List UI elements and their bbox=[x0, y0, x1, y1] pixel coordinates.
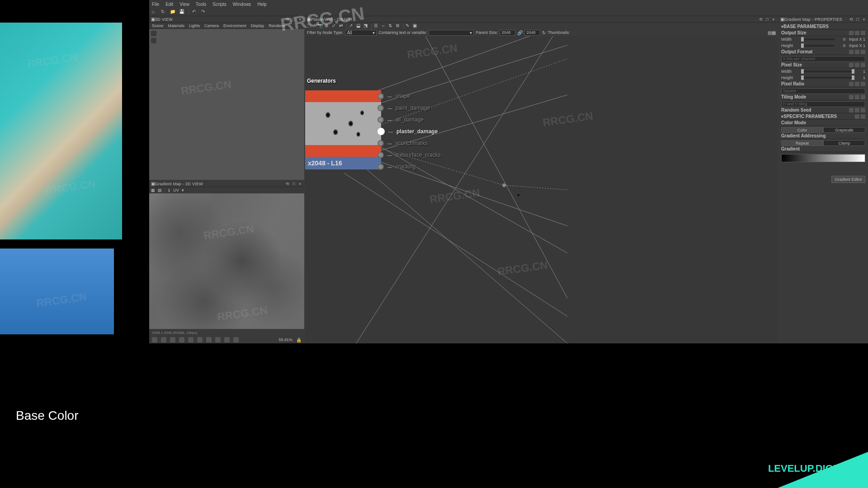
menu-edit[interactable]: Edit bbox=[165, 2, 173, 7]
camera-icon[interactable]: 📷 bbox=[317, 23, 323, 28]
tool-icon[interactable]: ⚙ bbox=[396, 23, 401, 28]
collapse-icon[interactable] bbox=[861, 114, 865, 119]
menu-view[interactable]: View bbox=[179, 2, 189, 7]
ps-height-value[interactable]: 1 bbox=[856, 75, 865, 80]
width-slider[interactable] bbox=[801, 38, 835, 40]
tab-materials[interactable]: Materials bbox=[168, 23, 185, 28]
pixel-ratio-select[interactable]: Square bbox=[781, 88, 865, 94]
filter-dropdown[interactable]: All▾ bbox=[345, 30, 377, 36]
tool-icon[interactable] bbox=[224, 337, 230, 343]
tool-icon[interactable] bbox=[179, 337, 184, 343]
ps-width-slider[interactable] bbox=[801, 70, 854, 72]
expand-icon[interactable] bbox=[855, 114, 859, 119]
tool-icon[interactable]: ↗ bbox=[349, 23, 354, 28]
output-paint-damage[interactable]: —paint_damage bbox=[381, 102, 441, 114]
maximize-icon[interactable]: □ bbox=[292, 17, 296, 22]
tool-icon[interactable]: ↔ bbox=[381, 23, 387, 28]
grid-icon[interactable]: ▦ bbox=[151, 188, 155, 192]
containing-input[interactable]: ▾ bbox=[429, 30, 474, 36]
uv-label[interactable]: UV bbox=[173, 188, 179, 192]
zoom-fit-icon[interactable]: ⊕ bbox=[325, 23, 330, 28]
tab-lights[interactable]: Lights bbox=[189, 23, 200, 28]
lock-icon[interactable]: 🔒 bbox=[296, 338, 302, 343]
tab-camera[interactable]: Camera bbox=[204, 23, 219, 28]
output-scortchmarks[interactable]: —scortchmarks bbox=[381, 137, 441, 149]
node-generators[interactable]: Generators x2048 - L16 bbox=[305, 90, 381, 169]
menu-icon[interactable] bbox=[861, 50, 865, 54]
tool-icon[interactable]: ⬔ bbox=[363, 23, 369, 28]
tool-icon[interactable]: ▣ bbox=[413, 23, 418, 28]
tool-icon[interactable] bbox=[152, 337, 157, 343]
link-icon[interactable] bbox=[849, 82, 854, 86]
ps-width-value[interactable]: 1 bbox=[856, 69, 865, 74]
reset-icon[interactable] bbox=[855, 50, 859, 54]
parent-width-input[interactable]: 2048 bbox=[500, 30, 515, 36]
close-icon[interactable]: × bbox=[298, 182, 302, 186]
tool-icon[interactable]: ⇅ bbox=[388, 23, 394, 28]
home-icon[interactable]: ⌂ bbox=[152, 9, 158, 15]
color-mode-toggle[interactable]: ColorGrayscale bbox=[781, 127, 865, 133]
view2d-viewport[interactable] bbox=[149, 193, 304, 329]
redo-icon[interactable]: ↷ bbox=[201, 9, 208, 15]
view-mode-icon[interactable]: ▤▦ bbox=[768, 30, 776, 35]
link-icon[interactable] bbox=[849, 63, 854, 67]
menu-icon[interactable] bbox=[861, 95, 865, 99]
reset-icon[interactable] bbox=[855, 82, 859, 86]
open-icon[interactable]: 📁 bbox=[170, 9, 176, 15]
tool-icon[interactable] bbox=[188, 337, 193, 343]
tool-icon[interactable] bbox=[161, 337, 166, 343]
tool-icon[interactable] bbox=[197, 337, 203, 343]
pin-icon[interactable]: ⟲ bbox=[285, 17, 290, 22]
output-cracking[interactable]: —cracking bbox=[381, 161, 441, 173]
menu-icon[interactable] bbox=[861, 108, 865, 113]
width-value[interactable]: 0 bbox=[836, 37, 845, 42]
tool-icon[interactable]: ☰ bbox=[374, 23, 379, 28]
pin-icon[interactable]: ⟲ bbox=[285, 182, 290, 186]
link-icon[interactable] bbox=[849, 31, 854, 35]
graph-viewport[interactable]: Generators x2048 - L16 —shape —paint_dam… bbox=[305, 36, 778, 343]
parent-height-input[interactable]: 2048 bbox=[524, 30, 540, 36]
menu-scripts[interactable]: Scripts bbox=[212, 2, 226, 7]
tab-scene[interactable]: Scene bbox=[152, 23, 164, 28]
reset-icon[interactable] bbox=[855, 108, 859, 113]
tool-icon[interactable] bbox=[233, 337, 239, 343]
maximize-icon[interactable]: □ bbox=[855, 17, 860, 22]
output-subsurface-cracks[interactable]: —subsurface_cracks bbox=[381, 149, 441, 161]
menu-windows[interactable]: Windows bbox=[233, 2, 251, 7]
output-format-select[interactable]: 8 bits per channel bbox=[781, 56, 865, 62]
camera-icon[interactable] bbox=[151, 31, 156, 36]
output-plaster-damage[interactable]: —plaster_damage bbox=[381, 126, 441, 137]
maximize-icon[interactable]: □ bbox=[292, 182, 296, 186]
menu-icon[interactable] bbox=[861, 82, 865, 86]
reset-icon[interactable] bbox=[855, 63, 859, 67]
link-icon[interactable] bbox=[849, 95, 854, 99]
addressing-toggle[interactable]: RepeatClamp bbox=[781, 140, 865, 146]
tool-icon[interactable] bbox=[170, 337, 175, 343]
height-value[interactable]: 0 bbox=[836, 43, 845, 48]
tool-icon[interactable]: ⇄ bbox=[339, 23, 344, 28]
undo-icon[interactable]: ↶ bbox=[192, 9, 198, 15]
tool-icon[interactable] bbox=[215, 337, 221, 343]
specific-params-header[interactable]: ▾ SPECIFIC PARAMETERS bbox=[781, 113, 865, 120]
tool-icon[interactable]: ⬓ bbox=[356, 23, 362, 28]
histogram-icon[interactable]: ⫿ bbox=[168, 188, 170, 192]
pin-icon[interactable]: ⟲ bbox=[849, 17, 854, 22]
reset-icon[interactable] bbox=[855, 95, 859, 99]
menu-file[interactable]: File bbox=[152, 2, 159, 7]
refresh-icon[interactable]: ↻ bbox=[161, 9, 167, 15]
reset-icon[interactable]: ↻ bbox=[542, 30, 546, 35]
ps-height-slider[interactable] bbox=[801, 77, 854, 79]
tool-icon[interactable]: ⤢ bbox=[332, 23, 337, 28]
tiling-select[interactable]: H and V tiling bbox=[781, 101, 865, 107]
tool-icon[interactable]: ✎ bbox=[406, 23, 411, 28]
checker-icon[interactable]: ▨ bbox=[158, 188, 162, 192]
save-icon[interactable]: 💾 bbox=[179, 9, 185, 15]
tab-display[interactable]: Display bbox=[251, 23, 264, 28]
height-slider[interactable] bbox=[801, 45, 835, 47]
gradient-editor-button[interactable]: Gradient Editor bbox=[831, 176, 865, 183]
tab-environment[interactable]: Environment bbox=[223, 23, 246, 28]
menu-help[interactable]: Help bbox=[257, 2, 267, 7]
view3d-viewport[interactable] bbox=[149, 29, 304, 180]
link-icon[interactable] bbox=[849, 108, 854, 113]
output-shape[interactable]: —shape bbox=[381, 90, 441, 102]
